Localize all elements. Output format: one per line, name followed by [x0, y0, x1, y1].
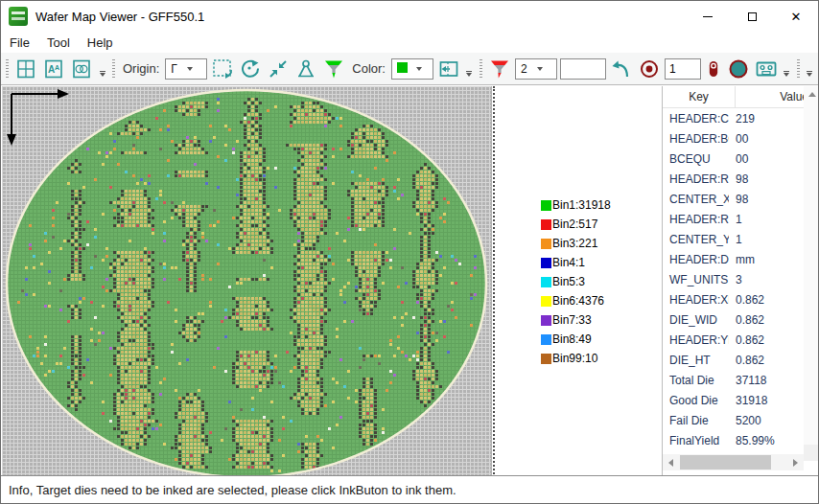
scrollbar-corner: [804, 445, 819, 461]
font-settings-button[interactable]: A A: [41, 57, 66, 81]
kv-key: Good Die: [663, 394, 729, 407]
undo-button[interactable]: [609, 57, 634, 81]
color-select[interactable]: [391, 58, 433, 80]
kv-key: HEADER:XDIE: [663, 293, 729, 307]
toolbar-grip[interactable]: [6, 59, 9, 79]
kv-row[interactable]: HEADER:XDIE0.862: [663, 289, 804, 309]
toolbar-grip[interactable]: [480, 59, 482, 79]
kv-row[interactable]: FinalYield85.99%: [663, 430, 804, 450]
ink-marker-red-button[interactable]: [487, 57, 512, 81]
expand-panel-button[interactable]: [436, 57, 461, 81]
probe-pin-button[interactable]: [293, 57, 318, 81]
legend-item: Bin4:1: [541, 253, 661, 272]
scroll-left-button[interactable]: [663, 454, 679, 470]
scroll-right-button[interactable]: [787, 454, 804, 470]
kv-value: mm: [729, 253, 755, 266]
maximize-button[interactable]: [730, 1, 774, 32]
bin-number-select[interactable]: 2: [515, 58, 557, 80]
bin-label: Bin2:517: [552, 218, 597, 231]
kv-row[interactable]: Good Die31918: [663, 390, 804, 410]
kv-row[interactable]: HEADER:REFP1: [663, 209, 804, 229]
overlap-circles-icon: [70, 57, 93, 80]
kv-key: HEADER:DUTI: [663, 253, 729, 266]
close-button[interactable]: ✕: [774, 1, 818, 32]
red-funnel-icon: [488, 57, 511, 80]
export-tape-button[interactable]: [754, 57, 779, 81]
color-label: Color:: [349, 61, 388, 76]
map-grid-document-button[interactable]: [13, 57, 38, 81]
kv-value: 0.862: [729, 333, 764, 347]
horizontal-scrollbar[interactable]: [663, 454, 804, 470]
ink-pen-icon: [704, 57, 723, 80]
bin-color-swatch: [541, 258, 551, 268]
chevron-down-icon: [784, 73, 789, 77]
kv-key: CENTER_Y: [663, 233, 729, 246]
minimize-icon: [703, 16, 713, 17]
menu-tool[interactable]: Tool: [38, 34, 79, 52]
bin-number-value: 2: [516, 62, 533, 76]
vertical-scrollbar[interactable]: [804, 86, 819, 461]
kv-row[interactable]: HEADER:REFP98: [663, 169, 804, 189]
origin-value: Γ: [166, 62, 183, 76]
kv-row[interactable]: BCEQU00: [663, 149, 804, 169]
kv-row[interactable]: DIE_HT0.862: [663, 350, 804, 370]
kv-key: BCEQU: [663, 152, 729, 166]
kv-row[interactable]: HEADER:DUTImm: [663, 249, 804, 269]
bin-label: Bin7:33: [552, 313, 592, 327]
bin-label: Bin6:4376: [552, 294, 604, 308]
kv-row[interactable]: CENTER_X98: [663, 189, 804, 209]
rotate-selection-button[interactable]: [210, 57, 235, 81]
kv-row[interactable]: CENTER_Y1: [663, 229, 804, 249]
kv-row[interactable]: Fail Die5200: [663, 410, 804, 430]
undo-arrow-icon: [610, 57, 633, 80]
menu-file[interactable]: File: [1, 34, 38, 52]
rotate-map-button[interactable]: [238, 57, 263, 81]
origin-select[interactable]: Γ: [165, 58, 207, 80]
minimize-button[interactable]: [686, 1, 730, 32]
kv-row[interactable]: HEADER:BCEQ00: [663, 128, 804, 149]
wafer-map-canvas[interactable]: [2, 86, 491, 477]
scrollbar-thumb[interactable]: [680, 455, 771, 470]
key-value-panel: Key Value HEADER:COLO219HEADER:BCEQ00BCE…: [662, 86, 819, 477]
kv-row[interactable]: Total Die37118: [663, 370, 804, 390]
plumb-pin-icon: [294, 57, 317, 80]
key-column-header[interactable]: Key: [663, 86, 736, 107]
scroll-up-button[interactable]: [804, 86, 819, 103]
legend-item: Bin5:3: [541, 272, 661, 291]
kv-value: 37118: [729, 374, 766, 387]
bin-label: Bin1:31918: [552, 198, 611, 212]
toolbar-overflow-button[interactable]: [97, 58, 107, 80]
legend-item: Bin3:221: [541, 234, 661, 253]
bin-label: Bin99:10: [552, 352, 597, 365]
kv-value: 00: [729, 132, 748, 146]
kv-value: 0.862: [729, 313, 764, 327]
kv-value: 1: [729, 213, 742, 226]
wafer-map-area: [2, 86, 492, 477]
bin-color-swatch: [541, 315, 551, 326]
bin-label: Bin3:221: [552, 237, 597, 250]
select-target-die-button[interactable]: [637, 57, 662, 81]
status-bar: Info, Target dies need to be inked are s…: [1, 475, 818, 503]
toolbar-overflow-button[interactable]: [464, 58, 475, 80]
ink-marker-green-button[interactable]: [321, 57, 346, 81]
title-bar[interactable]: Wafer Map Viewer - GFF550.1 ✕: [1, 1, 818, 32]
toolbar-overflow-button[interactable]: [782, 58, 792, 80]
bin-filter-input[interactable]: [560, 58, 606, 80]
fit-to-window-button[interactable]: [266, 57, 291, 81]
svg-text:A: A: [55, 64, 59, 71]
menu-help[interactable]: Help: [79, 34, 122, 52]
ink-dot-button[interactable]: [726, 57, 751, 81]
cassette-icon: [755, 57, 778, 80]
bin-circles-document-button[interactable]: [69, 57, 94, 81]
toolbar-grip[interactable]: [797, 59, 800, 79]
ink-pen-button[interactable]: [704, 57, 723, 81]
kv-row[interactable]: WF_UNITS3: [663, 269, 804, 289]
app-window: Wafer Map Viewer - GFF550.1 ✕ File Tool …: [0, 0, 819, 504]
toolbar-grip[interactable]: [112, 59, 115, 79]
ink-count-input[interactable]: [665, 58, 701, 80]
kv-row[interactable]: HEADER:YDIE0.862: [663, 330, 804, 350]
kv-row[interactable]: HEADER:COLO219: [663, 108, 804, 128]
status-message: Info, Target dies need to be inked are s…: [9, 483, 456, 497]
toolbar-overflow-button[interactable]: [805, 58, 815, 80]
kv-row[interactable]: DIE_WID0.862: [663, 309, 804, 330]
